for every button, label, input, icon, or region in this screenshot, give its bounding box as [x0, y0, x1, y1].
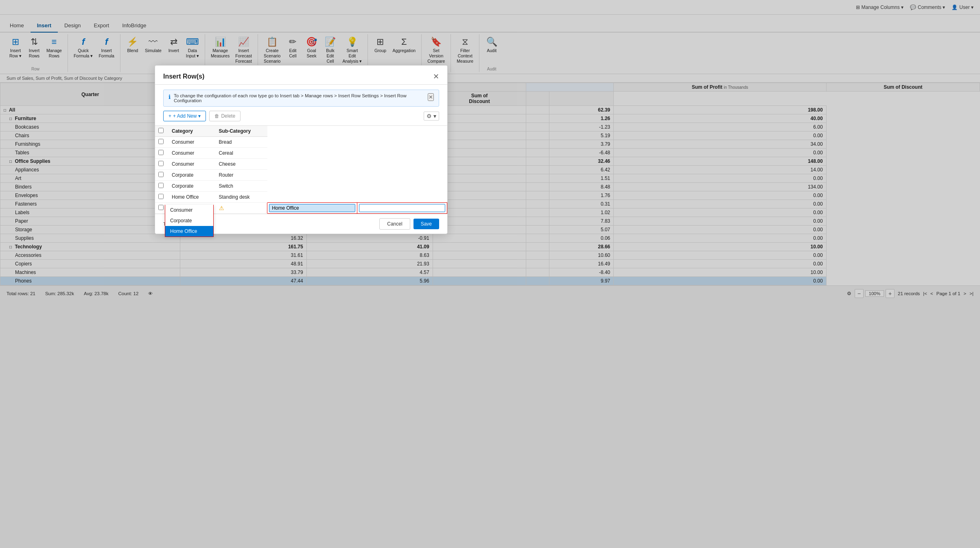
modal-col-category: Category [167, 126, 214, 137]
modal-header: Insert Row(s) ✕ [155, 66, 447, 85]
dropdown-option[interactable]: Corporate [165, 215, 213, 226]
modal-table: Category Sub-Category ConsumerBreadConsu… [155, 126, 447, 214]
row-category-cell: Home Office [167, 192, 214, 203]
row-subcategory-cell: Cereal [214, 148, 267, 159]
delete-icon: 🗑 [214, 113, 219, 119]
delete-btn[interactable]: 🗑 Delete [209, 111, 241, 121]
row-category-cell: Consumer [167, 159, 214, 170]
row-category-cell[interactable] [267, 203, 357, 214]
row-subcategory-cell[interactable] [357, 203, 447, 214]
modal-toolbar-right: ⚙ ▾ [424, 112, 439, 121]
row-checkbox[interactable] [158, 150, 164, 155]
row-subcategory-cell: Cheese [214, 159, 267, 170]
row-checkbox-cell[interactable] [155, 137, 167, 148]
add-new-btn[interactable]: + + Add New ▾ [163, 111, 206, 121]
row-checkbox[interactable] [158, 161, 164, 166]
modal-table-row: ConsumerCheese [155, 159, 447, 170]
cancel-btn[interactable]: Cancel [379, 218, 410, 230]
modal-settings-btn[interactable]: ⚙ ▾ [424, 112, 439, 121]
row-category-cell: Corporate [167, 181, 214, 192]
row-warning-cell: ⚠ [214, 203, 267, 214]
row-checkbox-cell[interactable] [155, 170, 167, 181]
modal-info-bar: ℹ To change the configuration of each ro… [163, 90, 439, 107]
dropdown-option[interactable]: Home Office [165, 226, 213, 237]
modal-col-check [155, 126, 167, 137]
row-checkbox-cell[interactable] [155, 148, 167, 159]
row-category-cell: Consumer [167, 148, 214, 159]
row-category-cell: Corporate [167, 170, 214, 181]
modal-table-wrap: Category Sub-Category ConsumerBreadConsu… [155, 126, 447, 214]
warning-icon: ⚠ [219, 205, 224, 211]
info-icon: ℹ [168, 94, 171, 100]
modal-table-row: CorporateRouter [155, 170, 447, 181]
row-subcategory-cell: Standing desk [214, 192, 267, 203]
modal-table-row: ConsumerBread [155, 137, 447, 148]
row-checkbox[interactable] [158, 139, 164, 144]
row-subcategory-cell: Bread [214, 137, 267, 148]
modal-col-subcategory: Sub-Category [214, 126, 267, 137]
select-all-checkbox[interactable] [158, 128, 164, 133]
modal-close-btn[interactable]: ✕ [433, 72, 439, 81]
category-input[interactable] [269, 204, 355, 212]
modal-info-text: To change the configuration of each row … [174, 93, 424, 103]
add-new-icon: + [168, 113, 171, 119]
dropdown-option[interactable]: Consumer [165, 205, 213, 215]
delete-label: Delete [221, 113, 235, 119]
modal-table-row: ConsumerCereal [155, 148, 447, 159]
row-checkbox[interactable] [158, 172, 164, 177]
row-subcategory-cell: Switch [214, 181, 267, 192]
add-new-label: + Add New [173, 113, 197, 119]
row-checkbox[interactable] [158, 194, 164, 199]
modal-overlay [0, 0, 980, 548]
category-dropdown: ConsumerCorporateHome Office [165, 205, 214, 237]
subcategory-input[interactable] [359, 204, 445, 212]
row-subcategory-cell: Router [214, 170, 267, 181]
row-checkbox[interactable] [158, 205, 164, 210]
row-checkbox-cell[interactable] [155, 181, 167, 192]
row-checkbox[interactable] [158, 183, 164, 188]
row-checkbox-cell[interactable] [155, 159, 167, 170]
modal-table-row: CorporateSwitch [155, 181, 447, 192]
row-checkbox-cell[interactable] [155, 192, 167, 203]
row-category-cell: Consumer [167, 137, 214, 148]
modal-title: Insert Row(s) [163, 73, 204, 80]
save-btn[interactable]: Save [413, 219, 439, 229]
modal-toolbar: + + Add New ▾ 🗑 Delete ⚙ ▾ [155, 107, 447, 126]
modal-info-close-btn[interactable]: ✕ [428, 93, 434, 101]
modal-table-row: Home OfficeStanding desk [155, 192, 447, 203]
add-new-caret: ▾ [198, 113, 201, 119]
